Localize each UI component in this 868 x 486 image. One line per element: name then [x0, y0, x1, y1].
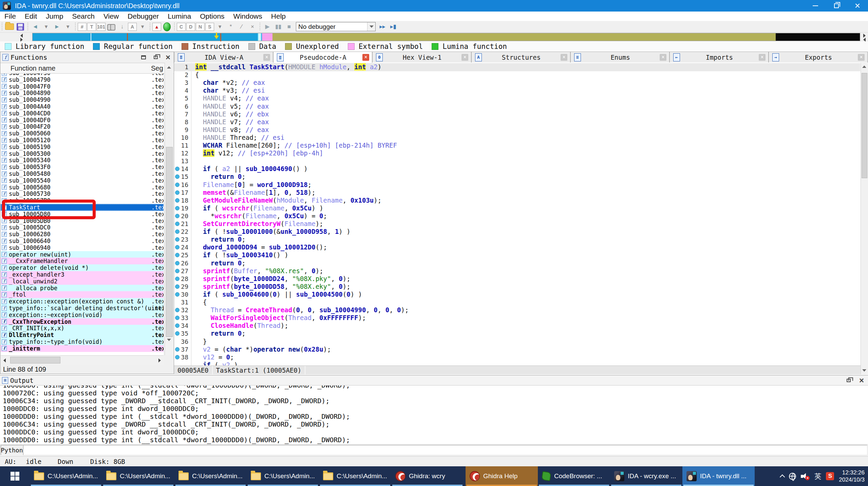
tab-enums[interactable]: ≡Enums× [570, 52, 669, 62]
debug-step-into-icon[interactable]: ▸▮ [388, 22, 398, 32]
code-text[interactable]: CloseHandle(Thread); [195, 322, 288, 330]
code-line[interactable]: 5 HANDLE v4; // eax [174, 94, 860, 102]
code-text[interactable]: Thread = CreateThread(0, 0, sub_10004990… [195, 306, 409, 314]
menu-jump[interactable]: Jump [41, 12, 68, 20]
ascii-strings-icon[interactable]: A [128, 23, 137, 31]
menu-edit[interactable]: Edit [20, 12, 41, 20]
code-line[interactable]: 14 if ( a2 || sub_10004690() ) [174, 165, 860, 173]
restore-button[interactable] [826, 0, 847, 12]
output-line[interactable]: 1000DDD0: using guessed type int (__stdc… [3, 436, 865, 444]
code-line[interactable]: 11 WCHAR Filename[260]; // [esp+10h] [eb… [174, 142, 860, 150]
code-text[interactable]: SetCurrentDirectoryW(Filename); [195, 220, 323, 228]
code-text[interactable]: sprintf(byte_1000DD24, "%08X.pky", 0); [195, 275, 351, 283]
dropdown-button[interactable] [367, 22, 375, 31]
code-line[interactable]: 29 sprintf(byte_1000DD58, "%08X.eky", 0)… [174, 283, 860, 291]
code-text[interactable]: { [195, 71, 199, 79]
function-row[interactable]: f_ftol.text [1, 291, 164, 298]
code-text[interactable]: sprintf(byte_1000DD58, "%08X.eky", 0); [195, 283, 351, 291]
code-text[interactable]: return 0; [195, 259, 246, 267]
jump-next-icon[interactable]: ↓ [117, 22, 127, 32]
menu-debugger[interactable]: Debugger [123, 12, 163, 20]
close-button[interactable]: × [847, 0, 868, 12]
network-icon[interactable] [789, 473, 796, 480]
functions-close-button[interactable]: × [164, 53, 172, 61]
output-header[interactable]: ≣ Output × [0, 375, 868, 386]
code-text[interactable]: dword_1000DD94 = sub_100012D0(); [195, 243, 327, 251]
nav-back-menu-icon[interactable]: ▾ [41, 22, 51, 32]
function-row[interactable]: fsub_10006640.text [1, 238, 164, 244]
functions-scroll-thumb[interactable] [166, 147, 173, 337]
functions-hscroll-thumb[interactable] [10, 357, 60, 363]
output-float-button[interactable] [844, 376, 853, 385]
code-text[interactable]: HANDLE v6; // ebx [195, 110, 269, 118]
code-line[interactable]: 24 dword_1000DD94 = sub_100012D0(); [174, 243, 860, 251]
make-name-icon[interactable]: N [196, 23, 205, 31]
function-row[interactable]: fsub_10005DC0.text [1, 224, 164, 231]
save-icon[interactable] [15, 22, 25, 32]
code-text[interactable]: *wcsrchr(Filename, 0x5Cu) = 0; [195, 212, 327, 220]
volume-muted-icon[interactable]: × [801, 472, 810, 480]
code-line[interactable]: 34 CloseHandle(Thread); [174, 322, 860, 330]
code-line[interactable]: 16 Filename[0] = word_1000D918; [174, 181, 860, 189]
code-text[interactable]: HANDLE v7; // eax [195, 118, 269, 126]
code-text[interactable]: HANDLE v5; // eax [195, 102, 269, 110]
function-row[interactable]: fsub_10004DF0.text [1, 117, 164, 124]
code-line[interactable]: 8 HANDLE v7; // eax [174, 118, 860, 126]
jump-address-icon[interactable]: # [78, 23, 87, 31]
function-row[interactable]: f_local_unwind2.text [1, 278, 164, 285]
code-text[interactable]: return 0; [195, 173, 246, 181]
taskbar-item-c-users-admin[interactable]: C:\Users\Admin... [247, 466, 319, 486]
code-text[interactable]: sprintf(Buffer, "%08X.res", 0); [195, 267, 323, 275]
python-console-input[interactable] [23, 445, 867, 455]
code-text[interactable]: int __stdcall TaskStart(HMODULE hModule,… [195, 63, 381, 71]
output-line[interactable]: 1000DDC0: using guessed type int dword_1… [3, 428, 865, 436]
function-row[interactable]: fexception::exception(exception const &)… [1, 298, 164, 305]
tab-close-icon[interactable]: × [858, 54, 865, 61]
function-row[interactable]: fsub_10005300.text [1, 150, 164, 157]
function-row[interactable]: fsub_10005730.text [1, 190, 164, 197]
code-line[interactable]: if ( v2 ) [174, 361, 860, 366]
functions-float-button[interactable] [151, 53, 160, 61]
function-row[interactable]: ftype_info::~type_info(void).text [1, 338, 164, 345]
code-line[interactable]: 4 char *v3; // esi [174, 87, 860, 95]
tab-close-icon[interactable]: × [561, 54, 567, 61]
code-text[interactable]: v2 = (char *)operator new(0x28u); [195, 345, 331, 353]
code-text[interactable]: if ( !sub_10001000(&unk_1000D958, 1) ) [195, 228, 351, 236]
pseudocode-vertical-scrollbar[interactable] [861, 63, 868, 374]
function-row[interactable]: ftype_info::`scalar deleting destructor'… [1, 305, 164, 312]
code-text[interactable]: if ( a2 || sub_10004690() ) [195, 165, 308, 173]
start-button[interactable] [0, 466, 30, 486]
debug-run-icon[interactable]: ▶ [262, 22, 272, 32]
tab-imports[interactable]: ←Imports× [669, 52, 769, 62]
code-text[interactable]: if ( wcsrchr(Filename, 0x5Cu) ) [195, 204, 323, 212]
functions-restore-button[interactable] [139, 53, 148, 61]
menu-options[interactable]: Options [195, 12, 229, 20]
code-text[interactable]: if ( !sub_10003410() ) [195, 251, 288, 259]
code-text[interactable]: int v12; // [esp+220h] [ebp-4h] [195, 149, 323, 157]
taskbar-item-ida-wcry-exe[interactable]: IDA - wcry.exe ... [610, 466, 682, 486]
code-line[interactable]: 19 if ( wcsrchr(Filename, 0x5Cu) ) [174, 204, 860, 212]
nav-forward-icon[interactable]: ► [52, 22, 62, 32]
code-text[interactable]: memset(&Filename[1], 0, 518); [195, 189, 316, 197]
pseudocode-view[interactable]: 1int __stdcall TaskStart(HMODULE hModule… [174, 63, 860, 366]
tab-structures[interactable]: AStructures× [471, 52, 570, 62]
jump-name-icon[interactable]: T [87, 23, 96, 31]
menu-search[interactable]: Search [68, 12, 99, 20]
function-row[interactable]: fsub_10006280.text [1, 231, 164, 238]
debug-pause-icon[interactable]: ▮▮ [273, 22, 283, 32]
function-row[interactable]: f_CRT_INIT(x,x,x).text [1, 325, 164, 332]
code-text[interactable]: if ( v2 ) [195, 361, 238, 366]
tab-close-icon[interactable]: × [461, 54, 468, 61]
code-text[interactable]: return 0; [195, 330, 246, 337]
make-code-icon[interactable]: C [177, 23, 186, 31]
sogou-ime-icon[interactable]: S [826, 472, 834, 480]
function-row[interactable]: fsub_10005120.text [1, 137, 164, 144]
minimize-button[interactable] [805, 0, 826, 12]
function-row[interactable]: fDllEntryPoint.text [1, 332, 164, 338]
debug-step-over-icon[interactable]: ▸▸ [377, 22, 388, 32]
code-line[interactable]: 26 return 0; [174, 259, 860, 267]
output-close-button[interactable]: × [857, 376, 866, 385]
tab-exports[interactable]: →Exports× [769, 52, 868, 62]
code-text[interactable]: char *v3; // esi [195, 87, 265, 94]
taskbar-item-c-users-admin[interactable]: C:\Users\Admin... [30, 466, 102, 486]
